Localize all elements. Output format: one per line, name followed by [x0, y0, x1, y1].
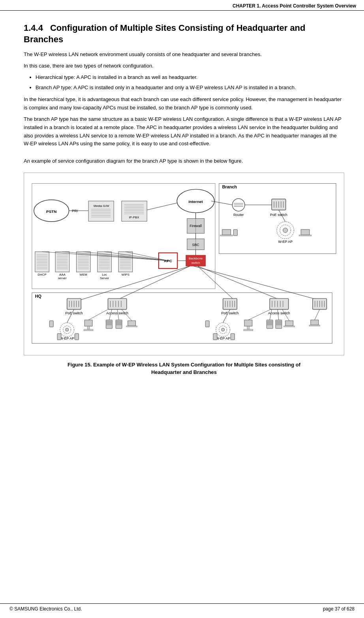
svg-line-202 [248, 309, 270, 320]
svg-text:switch: switch [191, 261, 200, 265]
svg-text:IP-PBX: IP-PBX [129, 216, 140, 219]
svg-text:PoE switch: PoE switch [270, 212, 287, 216]
svg-text:Branch: Branch [222, 184, 237, 189]
svg-rect-197 [247, 326, 250, 329]
svg-rect-124 [222, 229, 231, 235]
header-title: CHAPTER 1. Access Point Controller Syste… [233, 3, 356, 9]
svg-rect-203 [49, 321, 53, 327]
svg-rect-151 [108, 299, 126, 310]
svg-rect-191 [267, 321, 272, 325]
svg-line-137 [198, 266, 281, 301]
svg-line-28 [147, 203, 177, 210]
svg-rect-195 [284, 326, 295, 327]
svg-rect-127 [301, 229, 310, 235]
svg-text:AAA: AAA [59, 273, 66, 276]
svg-text:PoE switch: PoE switch [221, 311, 239, 315]
svg-rect-163 [126, 326, 137, 327]
svg-point-123 [283, 228, 288, 233]
page-content: 1.4.4Configuration of Multiple Sites Con… [0, 11, 364, 392]
paragraph-5: An example of service configuration diag… [24, 157, 344, 165]
svg-point-180 [221, 328, 225, 331]
svg-text:PSTN: PSTN [46, 209, 56, 214]
svg-rect-196 [244, 320, 252, 326]
diagram-svg: Branch HQ PSTN PRI Media G/W [28, 178, 340, 348]
page-footer: © SAMSUNG Electronics Co., Ltd. page 37 … [0, 603, 364, 614]
svg-rect-183 [270, 299, 288, 310]
figure-caption: Figure 15. Example of W-EP Wireless LAN … [24, 361, 344, 376]
svg-line-136 [198, 266, 235, 301]
svg-rect-126 [233, 229, 237, 236]
svg-rect-216 [311, 320, 319, 325]
svg-text:HQ: HQ [35, 294, 41, 299]
svg-rect-168 [87, 326, 90, 329]
svg-rect-205 [75, 334, 79, 340]
svg-rect-193 [276, 321, 281, 325]
svg-line-209 [194, 266, 321, 301]
svg-text:server: server [58, 276, 67, 280]
svg-rect-159 [106, 321, 112, 325]
svg-text:WIPS: WIPS [122, 273, 129, 276]
svg-text:SBC: SBC [192, 243, 200, 247]
page-number: page 37 of 628 [323, 606, 355, 612]
paragraph-2: In this case, there are two types of net… [24, 62, 344, 70]
svg-text:W-EP AP: W-EP AP [278, 240, 293, 244]
paragraph-3: In the hierarchical type, it is advantag… [24, 96, 344, 112]
svg-line-170 [88, 309, 108, 320]
svg-text:PoE switch: PoE switch [66, 311, 83, 315]
svg-text:Media G/W: Media G/W [94, 204, 109, 208]
svg-rect-128 [299, 235, 311, 236]
svg-rect-162 [128, 321, 136, 326]
svg-line-218 [315, 309, 320, 320]
svg-rect-161 [116, 321, 122, 325]
svg-rect-206 [205, 321, 209, 327]
svg-text:W-EP AP: W-EP AP [60, 336, 74, 340]
section-title: 1.4.4Configuration of Multiple Sites Con… [24, 23, 344, 45]
paragraph-4: The branch AP type has the same structur… [24, 115, 344, 148]
svg-rect-204 [57, 334, 61, 340]
svg-point-148 [66, 328, 69, 331]
svg-text:W-EP AP: W-EP AP [216, 336, 230, 340]
svg-text:Access switch: Access switch [268, 311, 290, 315]
svg-rect-125 [220, 235, 233, 236]
svg-text:Backbone: Backbone [189, 257, 203, 260]
svg-rect-0 [219, 184, 336, 254]
network-diagram: Branch HQ PSTN PRI Media G/W [24, 173, 344, 355]
paragraph-1: The W-EP wireless LAN network environmen… [24, 51, 344, 59]
svg-text:DHCP: DHCP [38, 273, 46, 276]
svg-rect-217 [309, 325, 320, 326]
svg-rect-208 [231, 334, 235, 340]
svg-line-134 [79, 266, 190, 301]
bullet-item-2: Branch AP type: A APC is installed only … [36, 84, 344, 92]
svg-rect-198 [244, 329, 253, 331]
svg-text:Internet: Internet [189, 199, 203, 204]
svg-text:Loc: Loc [102, 273, 107, 276]
svg-text:Router: Router [233, 212, 244, 216]
bullet-list: Hierarchical type: A APC is installed in… [36, 73, 344, 92]
svg-rect-169 [84, 329, 93, 331]
svg-rect-167 [84, 320, 92, 326]
svg-text:WEM: WEM [80, 273, 87, 276]
svg-rect-194 [285, 321, 293, 326]
bullet-item-1: Hierarchical type: A APC is installed in… [36, 73, 344, 82]
svg-rect-207 [213, 334, 217, 340]
svg-text:Server: Server [100, 276, 109, 280]
copyright: © SAMSUNG Electronics Co., Ltd. [9, 606, 82, 612]
svg-text:APC: APC [164, 259, 172, 263]
chapter-header: CHAPTER 1. Access Point Controller Syste… [0, 0, 364, 11]
